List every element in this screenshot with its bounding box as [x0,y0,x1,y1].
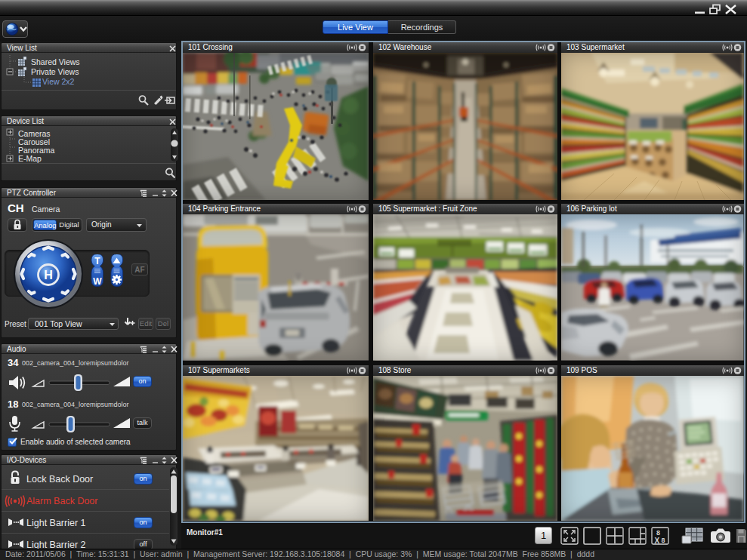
svg-text:X: X [655,537,660,545]
svg-text:T: T [94,256,100,266]
svg-text:8: 8 [662,537,665,544]
svg-text:H: H [44,269,53,282]
svg-text:W: W [93,276,102,287]
svg-text:8: 8 [656,529,660,537]
